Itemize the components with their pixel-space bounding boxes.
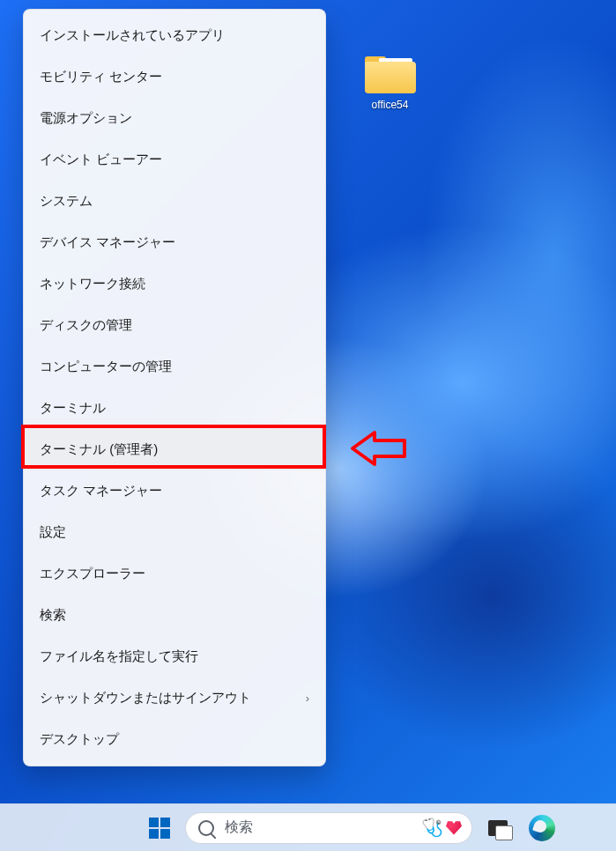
menu-item-label: ディスクの管理 <box>40 317 132 334</box>
stethoscope-icon: 🩺 <box>421 817 443 838</box>
menu-item-label: 検索 <box>40 607 66 624</box>
menu-item-label: デスクトップ <box>40 731 119 748</box>
menu-item-0[interactable]: インストールされているアプリ <box>24 15 325 56</box>
menu-item-label: タスク マネージャー <box>40 483 162 500</box>
menu-item-label: コンピューターの管理 <box>40 359 172 375</box>
heart-icon <box>445 820 463 836</box>
menu-item-label: デバイス マネージャー <box>40 234 175 251</box>
menu-item-label: インストールされているアプリ <box>40 27 225 44</box>
edge-button[interactable] <box>523 810 560 847</box>
chevron-right-icon: › <box>306 692 309 705</box>
search-icon <box>198 820 214 836</box>
menu-item-7[interactable]: ディスクの管理 <box>24 305 325 346</box>
menu-item-4[interactable]: システム <box>24 181 325 222</box>
menu-item-6[interactable]: ネットワーク接続 <box>24 263 325 305</box>
task-view-icon <box>488 820 508 836</box>
menu-item-label: イベント ビューアー <box>40 152 162 168</box>
menu-item-label: ファイル名を指定して実行 <box>40 648 198 665</box>
menu-item-5[interactable]: デバイス マネージャー <box>24 222 325 263</box>
menu-item-16[interactable]: シャットダウンまたはサインアウト› <box>24 677 325 719</box>
menu-item-1[interactable]: モビリティ センター <box>24 56 325 98</box>
desktop-icon-label: office54 <box>357 99 423 111</box>
menu-item-17[interactable]: デスクトップ <box>24 719 325 760</box>
menu-item-label: ターミナル <box>40 400 106 417</box>
taskbar: 検索 🩺 <box>0 803 616 851</box>
search-highlight-icons: 🩺 <box>421 818 463 839</box>
menu-item-label: システム <box>40 193 93 210</box>
taskbar-search[interactable]: 検索 🩺 <box>185 812 472 844</box>
menu-item-label: ネットワーク接続 <box>40 276 145 292</box>
desktop-folder-office54[interactable]: office54 <box>357 53 423 111</box>
menu-item-3[interactable]: イベント ビューアー <box>24 139 325 181</box>
menu-item-8[interactable]: コンピューターの管理 <box>24 346 325 388</box>
annotation-arrow-icon <box>348 427 410 470</box>
menu-item-10[interactable]: ターミナル (管理者) <box>24 429 325 470</box>
menu-item-13[interactable]: エクスプローラー <box>24 553 325 595</box>
menu-item-12[interactable]: 設定 <box>24 512 325 553</box>
menu-item-15[interactable]: ファイル名を指定して実行 <box>24 636 325 677</box>
menu-item-label: 電源オプション <box>40 110 132 127</box>
winx-context-menu: インストールされているアプリモビリティ センター電源オプションイベント ビューア… <box>23 9 326 766</box>
menu-item-14[interactable]: 検索 <box>24 595 325 636</box>
start-button[interactable] <box>141 810 178 847</box>
menu-item-2[interactable]: 電源オプション <box>24 98 325 139</box>
menu-item-label: ターミナル (管理者) <box>40 441 158 458</box>
menu-item-label: モビリティ センター <box>40 69 162 85</box>
menu-item-9[interactable]: ターミナル <box>24 388 325 429</box>
menu-item-label: エクスプローラー <box>40 566 145 582</box>
menu-item-label: シャットダウンまたはサインアウト <box>40 690 251 707</box>
search-placeholder: 検索 <box>225 818 411 837</box>
menu-item-11[interactable]: タスク マネージャー <box>24 470 325 512</box>
task-view-button[interactable] <box>479 810 516 847</box>
windows-logo-icon <box>149 818 170 839</box>
edge-icon <box>529 815 555 841</box>
menu-item-label: 設定 <box>40 524 66 541</box>
folder-icon <box>365 53 416 93</box>
